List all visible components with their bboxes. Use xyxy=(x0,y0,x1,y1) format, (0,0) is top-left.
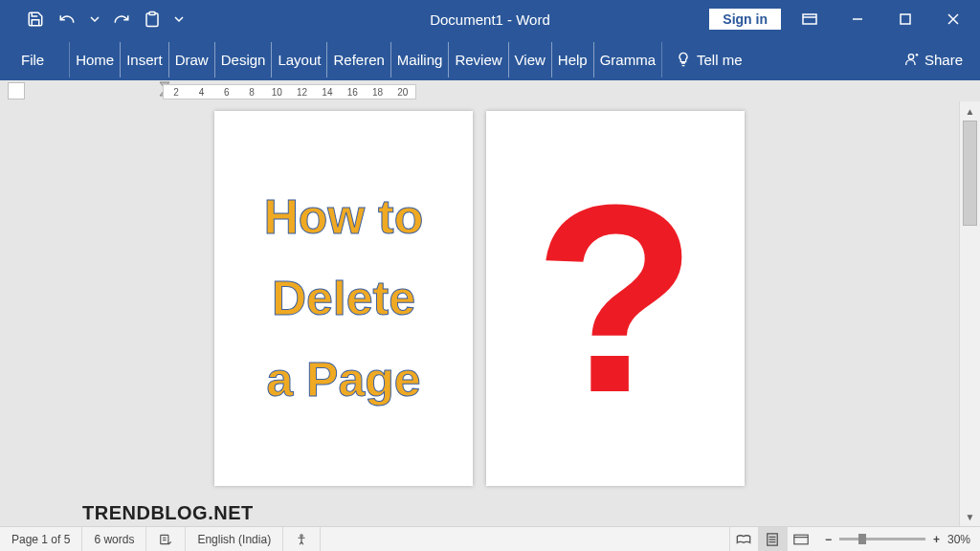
tab-help[interactable]: Help xyxy=(551,42,594,77)
window-title: Document1 - Word xyxy=(430,11,550,28)
svg-rect-1 xyxy=(803,14,816,24)
svg-rect-4 xyxy=(901,14,910,24)
svg-rect-20 xyxy=(794,535,808,544)
spellcheck-icon xyxy=(158,533,173,546)
tab-draw[interactable]: Draw xyxy=(168,42,215,77)
vertical-scrollbar[interactable]: ▲ ▼ xyxy=(959,101,980,526)
question-mark-graphic: ? xyxy=(533,165,697,432)
redo-icon[interactable] xyxy=(113,11,130,28)
page-1-text[interactable]: How to Delete a Page xyxy=(264,177,424,421)
chevron-down-icon[interactable] xyxy=(90,14,100,24)
status-page[interactable]: Page 1 of 5 xyxy=(0,527,82,551)
save-icon[interactable] xyxy=(27,11,44,28)
accessibility-icon xyxy=(295,533,308,546)
share-label: Share xyxy=(924,52,963,68)
quick-access-toolbar xyxy=(0,11,184,28)
view-switcher: − + 30% xyxy=(729,527,980,552)
clipboard-icon[interactable] xyxy=(144,11,161,28)
status-accessibility[interactable] xyxy=(283,527,321,551)
tab-selector[interactable] xyxy=(8,82,25,99)
tab-mailings[interactable]: Mailing xyxy=(390,42,450,77)
tell-me-search[interactable]: Tell me xyxy=(662,52,756,68)
status-word-count[interactable]: 6 words xyxy=(82,527,146,551)
zoom-in-button[interactable]: + xyxy=(933,533,940,546)
chevron-down-icon[interactable] xyxy=(174,14,184,24)
status-bar: Page 1 of 5 6 words English (India) − + … xyxy=(0,526,980,551)
tell-me-label: Tell me xyxy=(697,52,743,68)
page-1[interactable]: How to Delete a Page xyxy=(214,111,473,486)
ribbon-tabs: File Home Insert Draw Design Layout Refe… xyxy=(0,38,980,80)
tab-view[interactable]: View xyxy=(508,42,552,77)
tab-review[interactable]: Review xyxy=(448,42,508,77)
print-layout-icon xyxy=(766,533,779,546)
lightbulb-icon xyxy=(676,52,691,67)
maximize-button[interactable] xyxy=(886,0,924,38)
zoom-control: − + 30% xyxy=(815,533,980,546)
share-button[interactable]: Share xyxy=(890,52,976,68)
tab-references[interactable]: Referen xyxy=(326,42,390,77)
share-icon xyxy=(903,52,919,67)
svg-point-7 xyxy=(908,55,913,59)
scroll-up-icon[interactable]: ▲ xyxy=(960,101,980,121)
scroll-thumb[interactable] xyxy=(963,121,977,226)
document-workspace[interactable]: How to Delete a Page ? xyxy=(0,101,959,526)
ruler-row: 2 4 6 8 10 12 14 16 18 20 xyxy=(0,80,980,101)
title-bar-right: Sign in xyxy=(709,0,980,38)
tab-layout[interactable]: Layout xyxy=(271,42,327,77)
view-read-mode[interactable] xyxy=(729,527,758,552)
tab-grammar[interactable]: Gramma xyxy=(593,42,662,77)
title-bar: Document1 - Word Sign in xyxy=(0,0,980,38)
horizontal-ruler[interactable]: 2 4 6 8 10 12 14 16 18 20 xyxy=(163,84,416,99)
tab-home[interactable]: Home xyxy=(69,42,121,77)
tab-file[interactable]: File xyxy=(4,42,61,77)
scroll-down-icon[interactable]: ▼ xyxy=(960,507,980,526)
undo-icon[interactable] xyxy=(57,11,77,28)
close-button[interactable] xyxy=(934,0,972,38)
view-web-layout[interactable] xyxy=(787,527,815,552)
read-mode-icon xyxy=(736,534,751,545)
status-language[interactable]: English (India) xyxy=(186,527,283,551)
zoom-out-button[interactable]: − xyxy=(825,533,832,546)
zoom-level[interactable]: 30% xyxy=(947,533,970,546)
minimize-button[interactable] xyxy=(838,0,877,38)
status-spellcheck[interactable] xyxy=(146,527,186,551)
sign-in-button[interactable]: Sign in xyxy=(709,9,781,30)
zoom-thumb[interactable] xyxy=(858,534,866,544)
watermark-text: TRENDBLOG.NET xyxy=(82,502,254,524)
web-layout-icon xyxy=(793,534,809,545)
tab-insert[interactable]: Insert xyxy=(120,42,169,77)
page-2[interactable]: ? xyxy=(486,111,745,486)
tab-design[interactable]: Design xyxy=(214,42,273,77)
svg-rect-0 xyxy=(149,12,155,15)
ribbon-display-icon[interactable] xyxy=(791,0,829,38)
view-print-layout[interactable] xyxy=(758,527,787,552)
svg-point-15 xyxy=(301,534,302,536)
zoom-slider[interactable] xyxy=(839,538,925,540)
